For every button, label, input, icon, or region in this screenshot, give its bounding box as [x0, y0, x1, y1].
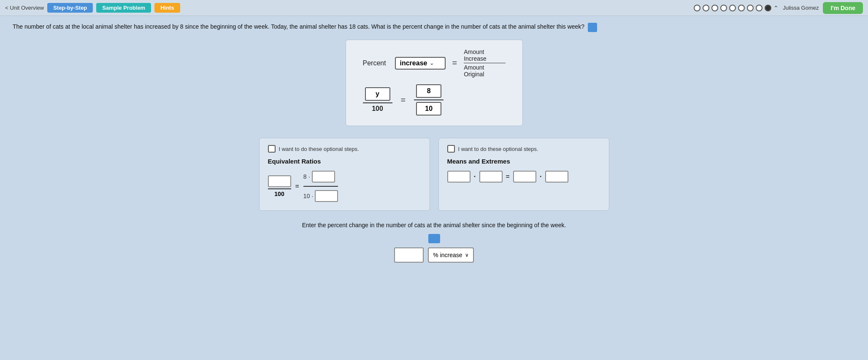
nav-right: ⌃ Julissa Gomez I'm Done: [694, 2, 863, 14]
mult-top-num: 8: [303, 173, 307, 180]
bottom-instruction: Enter the percent change in the number o…: [302, 221, 566, 230]
means-extremes-title: Means and Extremes: [447, 158, 600, 165]
top-nav: < Unit Overview Step-by-Step Sample Prob…: [0, 0, 868, 16]
mult-bottom-input[interactable]: [315, 190, 338, 202]
bottom-section: Enter the percent change in the number o…: [287, 221, 582, 263]
unit-overview-link[interactable]: < Unit Overview: [5, 5, 44, 11]
dot-9: [765, 5, 771, 11]
dot-3: [711, 5, 718, 11]
optional-left-checkbox[interactable]: [268, 145, 276, 153]
equiv-equals: =: [295, 183, 299, 190]
mult-dot1: ·: [308, 173, 310, 180]
means-equals: =: [506, 173, 510, 180]
increase-dropdown[interactable]: increase ⌄: [395, 57, 446, 70]
dropdown-arrow-icon: ⌄: [430, 60, 434, 66]
hints-button[interactable]: Hints: [154, 3, 180, 13]
optional-right-header: I want to do these optional steps.: [447, 145, 600, 153]
problem-icon: [588, 23, 597, 32]
bottom-icon: [428, 234, 440, 243]
increase-value: increase: [400, 59, 427, 67]
means-input-3[interactable]: [513, 171, 536, 183]
fraction-equals: =: [401, 95, 406, 105]
sample-problem-button[interactable]: Sample Problem: [96, 3, 151, 13]
step-by-step-button[interactable]: Step-by-Step: [47, 3, 93, 13]
lhs-equiv-frac: 100: [268, 175, 291, 197]
mult-row: 8 · 10 ·: [303, 171, 338, 202]
dot-6: [738, 5, 745, 11]
progress-dots: ⌃: [694, 5, 779, 11]
equivalent-ratios-panel: I want to do these optional steps. Equiv…: [259, 138, 430, 211]
means-input-4[interactable]: [545, 171, 568, 183]
optional-left-header: I want to do these optional steps.: [268, 145, 421, 153]
mult-bottom-line: 10 ·: [303, 190, 338, 202]
progress-chevron[interactable]: ⌃: [773, 5, 779, 11]
fraction-label: Amount Increase Amount Original: [464, 48, 505, 78]
equiv-ratios-title: Equivalent Ratios: [268, 158, 421, 165]
fraction-row: y 100 = 8 10: [363, 84, 506, 116]
pct-dropdown-label: % increase: [433, 252, 462, 258]
fraction-bottom-label: Amount Original: [464, 64, 505, 78]
means-row: · = ·: [447, 171, 600, 183]
rhs-fraction: 8 10: [414, 84, 443, 116]
means-input-2[interactable]: [479, 171, 503, 183]
dot-4: [720, 5, 727, 11]
optional-section: I want to do these optional steps. Equiv…: [259, 138, 609, 211]
lhs-denominator: 100: [372, 105, 383, 113]
lhs-equiv-num[interactable]: [268, 175, 291, 187]
percent-label: Percent: [363, 59, 388, 67]
optional-left-text: I want to do these optional steps.: [279, 146, 359, 152]
mult-bottom-num: 10: [303, 193, 310, 199]
dot-8: [756, 5, 763, 11]
lhs-equiv-line: [268, 188, 291, 189]
user-name: Julissa Gomez: [783, 5, 819, 11]
mult-top-input[interactable]: [312, 171, 335, 183]
dot-2: [703, 5, 709, 11]
main-content: Percent increase ⌄ = Amount Increase Amo…: [0, 35, 868, 267]
problem-text: The number of cats at the local animal s…: [13, 23, 584, 30]
optional-right-checkbox[interactable]: [447, 145, 455, 153]
rhs-denominator[interactable]: 10: [416, 102, 441, 116]
answer-input[interactable]: [394, 247, 424, 263]
lhs-fraction-line: [363, 102, 392, 103]
optional-right-text: I want to do these optional steps.: [458, 146, 538, 152]
lhs-equiv-denom: 100: [274, 191, 284, 197]
dot-7: [747, 5, 754, 11]
means-extremes-panel: I want to do these optional steps. Means…: [438, 138, 609, 211]
mult-frac-line: [303, 186, 338, 187]
formula-box: Percent increase ⌄ = Amount Increase Amo…: [346, 40, 523, 126]
pct-dropdown-arrow: ∨: [465, 252, 469, 258]
equals-sign: =: [452, 58, 457, 68]
lhs-fraction: y 100: [363, 87, 392, 113]
pct-increase-dropdown[interactable]: % increase ∨: [428, 247, 473, 263]
mult-dot2: ·: [311, 193, 313, 199]
equiv-ratios-content: 100 = 8 · 10 ·: [268, 171, 421, 202]
problem-area: The number of cats at the local animal s…: [0, 16, 868, 35]
mult-top-line: 8 ·: [303, 171, 338, 183]
means-dot-2: ·: [540, 172, 542, 181]
rhs-numerator[interactable]: 8: [416, 84, 441, 98]
dot-1: [694, 5, 700, 11]
rhs-fraction-line: [414, 99, 443, 100]
answer-row: % increase ∨: [394, 247, 473, 263]
formula-top-row: Percent increase ⌄ = Amount Increase Amo…: [363, 48, 506, 78]
dot-5: [729, 5, 736, 11]
im-done-button[interactable]: I'm Done: [823, 2, 863, 14]
lhs-numerator[interactable]: y: [365, 87, 390, 101]
fraction-top-label: Amount Increase: [464, 48, 505, 63]
means-input-1[interactable]: [447, 171, 471, 183]
means-dot-1: ·: [474, 172, 476, 181]
